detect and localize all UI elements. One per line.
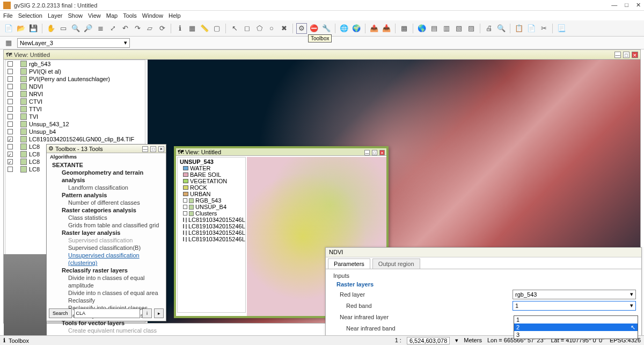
error-icon[interactable]: ⛔	[309, 23, 319, 34]
checkbox-icon[interactable]	[8, 152, 13, 157]
open-icon[interactable]: 📂	[16, 23, 26, 34]
red-layer-combo[interactable]: rgb_543▾	[513, 290, 636, 299]
toc2-item[interactable]: LC81910342015246LGN00_clip_B	[179, 217, 244, 223]
tree-node[interactable]: Raster layer analysis	[49, 229, 164, 236]
checkbox-icon[interactable]	[183, 224, 184, 228]
close-icon[interactable]: ✕	[632, 52, 638, 58]
checkbox-icon[interactable]	[183, 237, 184, 241]
checkbox-icon[interactable]	[8, 106, 13, 112]
tree-node[interactable]: Unsupervised classification (clustering)	[49, 251, 164, 267]
tree-node[interactable]: Reclassify	[49, 297, 164, 304]
globe2-icon[interactable]: 🌍	[351, 23, 362, 34]
cut-icon[interactable]: ✂	[538, 23, 549, 34]
tree-node[interactable]: Tools for vector layers	[49, 319, 164, 327]
minimize-icon[interactable]: —	[364, 150, 370, 155]
checkbox-icon[interactable]	[8, 144, 13, 149]
clear-sel-icon[interactable]: ✖	[279, 23, 289, 34]
menu-selection[interactable]: Selection	[18, 12, 42, 19]
maximize-button[interactable]: □	[625, 2, 628, 9]
active-layer-combo[interactable]: NewLayer_3 ▾	[17, 38, 130, 48]
search-input[interactable]	[74, 308, 140, 318]
doc-icon[interactable]: 📃	[556, 23, 567, 34]
dropdown-option-1[interactable]: 1	[514, 316, 638, 324]
hand-pan-icon[interactable]: ✋	[46, 23, 56, 34]
info-button[interactable]: i	[142, 308, 152, 318]
tree-node[interactable]: Number of different classes	[49, 199, 164, 206]
layer-add-icon[interactable]: ▤	[429, 23, 440, 34]
tree-node[interactable]: Pattern analysis	[49, 191, 164, 199]
toolbox-titlebar[interactable]: ⚙ Toolbox - 13 Tools — □ ✕	[47, 145, 166, 153]
dropdown-option-2[interactable]: 2 ↖	[514, 324, 638, 331]
toc-item[interactable]: Unsup_b4	[5, 128, 145, 135]
checkbox-icon[interactable]	[183, 198, 187, 203]
toolbox-icon[interactable]: ⚙	[296, 23, 307, 34]
measure-icon[interactable]: 📏	[199, 23, 210, 34]
legend-title[interactable]: UNSUP_543	[179, 159, 244, 165]
zoom-prev-icon[interactable]: ↶	[120, 23, 130, 34]
toc2-item[interactable]: LC81910342015246LGN00_clip_B	[179, 223, 244, 229]
search-button[interactable]: Search	[49, 308, 72, 318]
toc-item[interactable]: TVI	[5, 113, 145, 120]
zoom-out-icon[interactable]: 🔎	[83, 23, 93, 34]
tree-node[interactable]: Reclassify raster layers	[49, 267, 164, 274]
toc2-item[interactable]: RGB_543	[179, 197, 244, 204]
minimize-button[interactable]: —	[611, 2, 617, 9]
tree-node[interactable]: Landform classification	[49, 184, 164, 191]
toc-item[interactable]: NRVI	[5, 90, 145, 98]
menu-view[interactable]: View	[88, 12, 101, 19]
layer-prop-icon[interactable]: ▨	[466, 23, 477, 34]
layer-grid-icon[interactable]: ▦	[3, 38, 14, 48]
tree-node[interactable]: Divide into n classes of equal amplitude	[49, 274, 164, 289]
print-icon[interactable]: 🖨	[484, 23, 494, 34]
maximize-icon[interactable]: □	[623, 52, 630, 58]
menu-show[interactable]: Show	[68, 12, 83, 19]
tab-parameters[interactable]: Parameters	[328, 258, 370, 269]
menu-tools[interactable]: Tools	[123, 12, 137, 19]
menu-layer[interactable]: Layer	[48, 12, 63, 19]
zoom-full-icon[interactable]: ⤢	[107, 23, 118, 34]
close-button[interactable]: ✕	[636, 2, 641, 9]
checkbox-icon[interactable]	[8, 136, 13, 142]
toc-item[interactable]: TTVI	[5, 105, 145, 113]
chevron-down-icon[interactable]: ▾	[455, 337, 458, 344]
select-point-icon[interactable]: ↖	[229, 23, 240, 34]
layer-rem-icon[interactable]: ▥	[441, 23, 452, 34]
info-icon[interactable]: ℹ	[174, 23, 185, 34]
toc2-item[interactable]: UNSUP_B4	[179, 204, 244, 210]
select-rect-icon[interactable]: ◻	[241, 23, 252, 34]
checkbox-icon[interactable]	[8, 99, 13, 104]
toc-item[interactable]: CTVI	[5, 98, 145, 105]
raster-icon[interactable]: ▩	[399, 23, 409, 34]
checkbox-icon[interactable]	[183, 231, 184, 235]
toc-item[interactable]: LC81910342015246LGN00_clip_B4.TIF	[5, 135, 145, 143]
export-icon[interactable]: 📤	[369, 23, 379, 34]
paste-icon[interactable]: 📄	[526, 23, 537, 34]
import-icon[interactable]: 📥	[381, 23, 392, 34]
zoom-layer-icon[interactable]: ▱	[144, 23, 155, 34]
layer-dup-icon[interactable]: ▧	[453, 23, 464, 34]
run-button[interactable]: ▸	[154, 308, 164, 318]
toc-item[interactable]: PVI(Qi et al)	[5, 68, 145, 75]
checkbox-icon[interactable]	[8, 91, 13, 97]
tree-node[interactable]: Grids from table and classified grid	[49, 221, 164, 229]
copy-icon[interactable]: 📋	[514, 23, 524, 34]
refresh-icon[interactable]: ⟳	[157, 23, 167, 34]
checkbox-icon[interactable]	[183, 205, 187, 209]
view2-titlebar[interactable]: 🗺 View: Untitled — □ ✕	[176, 148, 386, 156]
menu-map[interactable]: Map	[106, 12, 118, 19]
zoom-in-icon[interactable]: 🔍	[70, 23, 81, 34]
checkbox-icon[interactable]	[183, 218, 184, 222]
tree-node[interactable]: Supervised classification	[49, 236, 164, 244]
close-icon[interactable]: ✕	[379, 150, 385, 155]
toc-item[interactable]: Unsup_543_12	[5, 120, 145, 128]
save-icon[interactable]: 💾	[28, 23, 39, 34]
menu-window[interactable]: Window	[142, 12, 163, 19]
tree-root[interactable]: SEXTANTE	[49, 161, 164, 169]
menu-file[interactable]: File	[3, 12, 13, 19]
tree-node[interactable]: Raster categories analysis	[49, 206, 164, 214]
area-icon[interactable]: ▢	[211, 23, 222, 34]
toc-item[interactable]: PVI(Perry and Lautenschlager)	[5, 75, 145, 83]
dropdown-option-3[interactable]: 3	[514, 331, 638, 339]
minimize-icon[interactable]: —	[614, 52, 621, 58]
tree-node[interactable]: Create equivalent numerical class	[49, 327, 164, 334]
